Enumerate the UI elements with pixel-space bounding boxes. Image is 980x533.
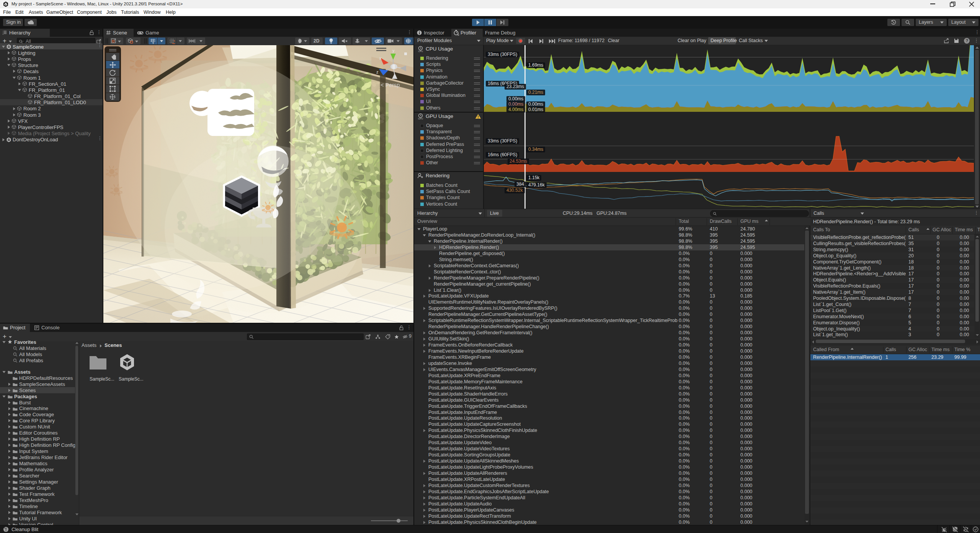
svg-text:y: y	[392, 48, 395, 53]
svg-text:< Persp: < Persp	[381, 82, 400, 88]
svg-text:GPU: GPU	[418, 118, 423, 120]
svg-text:Y: Y	[152, 41, 154, 44]
svg-text:x: x	[379, 56, 382, 60]
svg-text:z: z	[376, 70, 379, 74]
svg-text:CPU: CPU	[418, 50, 423, 52]
